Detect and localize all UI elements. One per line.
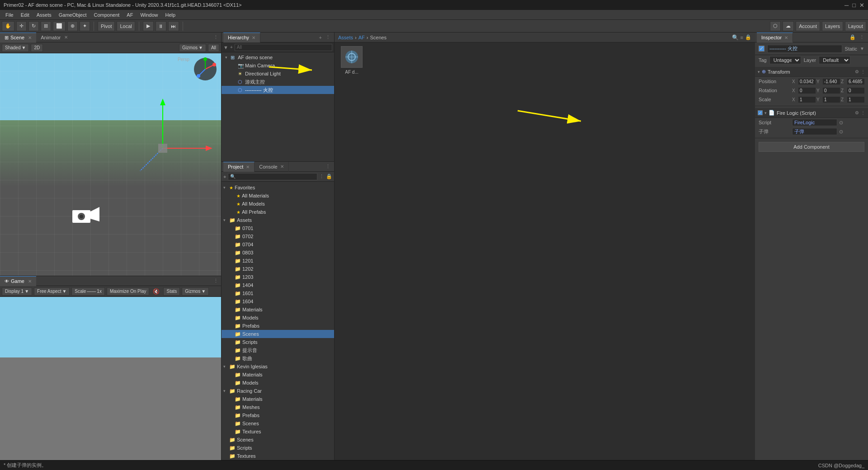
folder-materials[interactable]: 📁 Materials <box>222 306 334 314</box>
game-viewport[interactable] <box>0 297 221 470</box>
list-view-btn[interactable]: ≡ <box>741 35 743 40</box>
game-tab-close[interactable]: ✕ <box>28 279 32 284</box>
lock-btn[interactable]: 🔒 <box>745 34 751 40</box>
proj-options2[interactable]: ⋮ <box>319 174 324 179</box>
asset-scene-icon[interactable]: AF d... <box>338 46 365 75</box>
scl-z-val[interactable]: 1 <box>847 97 864 103</box>
folder-0803[interactable]: 📁 0803 <box>222 249 334 257</box>
folder-rc-materials[interactable]: 📁 Materials <box>222 395 334 403</box>
folder-kevin-models[interactable]: 📁 Models <box>222 379 334 387</box>
folder-models[interactable]: 📁 Models <box>222 314 334 322</box>
breadcrumb-assets[interactable]: Assets <box>338 35 353 40</box>
menu-help[interactable]: Help <box>162 11 179 19</box>
all-btn[interactable]: All <box>208 44 219 52</box>
hier-add-btn[interactable]: + <box>317 35 324 40</box>
scl-y-val[interactable]: 1 <box>823 97 840 103</box>
folder-1404[interactable]: 📁 1404 <box>222 281 334 289</box>
account-btn[interactable]: Account <box>796 21 820 31</box>
shaded-btn[interactable]: Shaded▼ <box>2 44 29 52</box>
close-btn[interactable]: ✕ <box>859 2 864 9</box>
2d-btn[interactable]: 2D <box>31 44 43 52</box>
transform-settings[interactable]: ⚙ <box>855 69 859 74</box>
folder-1202[interactable]: 📁 1202 <box>222 265 334 273</box>
menu-file[interactable]: File <box>2 11 17 19</box>
all-models-item[interactable]: ★ All Models <box>222 200 334 208</box>
cloud-btn[interactable]: ☁ <box>783 21 794 31</box>
rotate-tool[interactable]: ↻ <box>28 21 39 31</box>
hier-item-scene[interactable]: ▾ ⊞ AF demo scene <box>222 53 334 61</box>
fire-logic-header[interactable]: ✓ ▾ 📄 Fire Logic (Script) ⚙ ⋮ <box>755 108 868 118</box>
tag-select[interactable]: Untagged <box>769 56 801 64</box>
custom-tool[interactable]: ✦ <box>80 21 90 31</box>
maximize-btn[interactable]: □ <box>852 2 856 9</box>
folder-racing-car[interactable]: ▾ 📁 Racing Car <box>222 387 334 395</box>
rect-tool[interactable]: ⬜ <box>53 21 66 31</box>
hier-item-game-controller[interactable]: ⬡ 游戏主控 <box>222 78 334 86</box>
hierarchy-search-input[interactable]: All <box>235 44 332 51</box>
menu-window[interactable]: Window <box>137 11 161 19</box>
tab-console[interactable]: Console ✕ <box>255 162 288 172</box>
collab-btn[interactable]: ⬡ <box>770 21 781 31</box>
all-prefabs-item[interactable]: ★ All Prefabs <box>222 208 334 216</box>
folder-top-textures[interactable]: 📁 Textures <box>222 452 334 460</box>
menu-assets[interactable]: Assets <box>33 11 55 19</box>
folder-1201[interactable]: 📁 1201 <box>222 257 334 265</box>
tab-scene[interactable]: ⊞ Scene ✕ <box>0 33 36 42</box>
tab-hierarchy[interactable]: Hierarchy ✕ <box>223 33 260 42</box>
static-dropdown[interactable]: ▼ <box>860 46 864 51</box>
folder-0701[interactable]: 📁 0701 <box>222 224 334 232</box>
aspect-btn[interactable]: Free Aspect▼ <box>34 287 70 296</box>
assets-folder[interactable]: ▾ 📁 Assets <box>222 216 334 224</box>
hier-item-light[interactable]: ☀ Directional Light <box>222 70 334 78</box>
fire-logic-checkbox[interactable]: ✓ <box>758 110 763 115</box>
proj-lock[interactable]: 🔒 <box>326 174 332 179</box>
menu-component[interactable]: Component <box>90 11 123 19</box>
folder-1203[interactable]: 📁 1203 <box>222 273 334 281</box>
inspector-options[interactable]: ⋮ <box>858 34 866 40</box>
folder-kevin-materials[interactable]: 📁 Materials <box>222 371 334 379</box>
add-component-btn[interactable]: Add Component <box>759 142 864 152</box>
tab-game[interactable]: 👁 Game ✕ <box>0 276 36 286</box>
rot-z-val[interactable]: 0 <box>847 88 864 94</box>
hier-options[interactable]: ⋮ <box>324 34 332 40</box>
game-gizmos-btn[interactable]: Gizmos▼ <box>182 287 209 296</box>
pos-z-val[interactable]: 6.4685 <box>847 79 864 85</box>
hand-tool[interactable]: ✋ <box>2 21 14 31</box>
fire-logic-more[interactable]: ⋮ <box>861 110 865 115</box>
maximize-btn[interactable]: Maximize On Play <box>107 287 150 296</box>
tab-project[interactable]: Project ✕ <box>223 162 255 172</box>
folder-kevin[interactable]: ▾ 📁 Kevin Iglesias <box>222 362 334 371</box>
layer-select[interactable]: Default <box>819 56 850 64</box>
favorites-folder[interactable]: ▾ ★ Favorites <box>222 183 334 192</box>
script-picker[interactable]: ⊙ <box>839 120 843 126</box>
minimize-btn[interactable]: ─ <box>844 2 849 9</box>
breadcrumb-af[interactable]: AF <box>359 35 365 40</box>
gizmos-btn[interactable]: Gizmos▼ <box>179 44 206 52</box>
all-materials-item[interactable]: ★ All Materials <box>222 192 334 200</box>
folder-top-scenes[interactable]: 📁 Scenes <box>222 436 334 444</box>
scene-viewport[interactable]: Persp <box>0 53 221 276</box>
scene-tab-close[interactable]: ✕ <box>28 35 32 40</box>
scale-tool[interactable]: ⊞ <box>41 21 51 31</box>
script-field[interactable] <box>792 119 837 126</box>
menu-edit[interactable]: Edit <box>17 11 33 19</box>
folder-rc-textures[interactable]: 📁 Textures <box>222 428 334 436</box>
hier-item-fire-control[interactable]: ⬡ ---------- 火控 <box>222 86 334 94</box>
add-folder-icon[interactable]: + <box>223 174 226 179</box>
scene-panel-options[interactable]: ⋮ <box>211 34 221 40</box>
mute-btn[interactable]: 🔇 <box>151 288 161 295</box>
rot-y-val[interactable]: 0 <box>823 88 840 94</box>
transform-header[interactable]: ▾ ⊕ Transform ⚙ ⋮ <box>755 67 868 77</box>
folder-prefabs[interactable]: 📁 Prefabs <box>222 322 334 330</box>
tab-animator[interactable]: Animator ✕ <box>36 33 72 42</box>
inspector-lock[interactable]: 🔒 <box>848 34 858 40</box>
animator-tab-close[interactable]: ✕ <box>64 35 68 40</box>
transform-tool[interactable]: ⊕ <box>67 21 78 31</box>
folder-rc-prefabs[interactable]: 📁 Prefabs <box>222 411 334 419</box>
display-btn[interactable]: Display 1▼ <box>2 287 32 296</box>
project-options[interactable]: ⋮ <box>324 164 332 169</box>
project-search[interactable]: 🔍 <box>228 173 317 180</box>
folder-top-scripts[interactable]: 📁 Scripts <box>222 444 334 452</box>
folder-songs[interactable]: 📁 歌曲 <box>222 354 334 362</box>
pos-y-val[interactable]: -1.640 <box>823 79 840 85</box>
